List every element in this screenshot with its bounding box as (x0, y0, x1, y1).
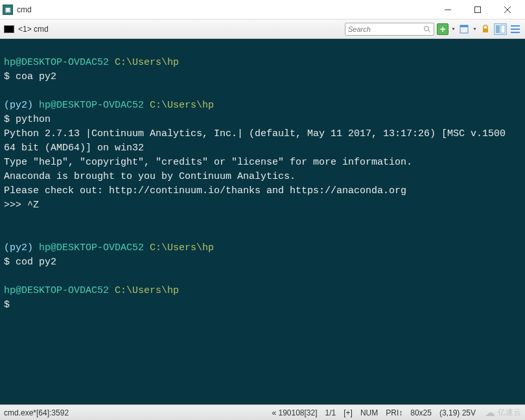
status-pri: PRI↕ (386, 408, 402, 417)
window-title: cmd (17, 5, 433, 14)
terminal-line: Anaconda is brought to you by Continuum … (4, 170, 521, 184)
status-size: 80x25 (410, 408, 432, 417)
add-tab-button[interactable]: + (437, 23, 449, 35)
watermark: ☁ 亿速云 (485, 406, 521, 419)
terminal-line: Type "help", "copyright", "credits" or "… (4, 156, 521, 170)
minimize-button[interactable] (433, 0, 463, 19)
status-process: cmd.exe*[64]:3592 (4, 408, 272, 417)
maximize-button[interactable] (463, 0, 493, 19)
terminal-line (4, 213, 521, 227)
terminal-line: $ (4, 298, 521, 312)
terminal-line: >>> ^Z (4, 198, 521, 213)
terminal-line: hp@DESKTOP-OVDAC52 C:\Users\hp (4, 284, 521, 298)
terminal-line: (py2) hp@DESKTOP-OVDAC52 C:\Users\hp (4, 241, 521, 255)
cloud-icon: ☁ (485, 406, 495, 419)
terminal-line: Python 2.7.13 |Continuum Analytics, Inc.… (4, 127, 521, 156)
status-num: NUM (360, 408, 378, 417)
search-input[interactable] (348, 25, 423, 33)
tab-label[interactable]: <1> cmd (18, 25, 342, 34)
lock-icon[interactable] (480, 23, 491, 35)
app-icon: ▣ (3, 5, 13, 15)
svg-rect-10 (501, 25, 505, 33)
terminal-line: $ cod py2 (4, 255, 521, 270)
menu-button[interactable] (509, 23, 521, 35)
window-controls (433, 0, 522, 19)
window-dropdown-icon[interactable]: ▼ (472, 27, 477, 31)
terminal-line: $ coa py2 (4, 70, 521, 84)
svg-rect-9 (496, 25, 500, 33)
terminal-line (4, 41, 521, 56)
status-cursor: (3,19) 25V (439, 408, 476, 417)
svg-rect-8 (483, 29, 488, 32)
status-position: 1/1 (325, 408, 336, 417)
close-button[interactable] (493, 0, 522, 19)
svg-point-4 (425, 26, 429, 30)
watermark-text: 亿速云 (498, 407, 521, 418)
tab-icon (4, 25, 14, 33)
window-config-button[interactable] (458, 23, 470, 35)
terminal-line: $ python (4, 113, 521, 127)
split-view-button[interactable] (494, 23, 507, 35)
titlebar: ▣ cmd (0, 0, 525, 19)
toolbar: <1> cmd + ▼ ▼ (0, 19, 525, 39)
search-icon[interactable] (423, 25, 431, 33)
add-dropdown-icon[interactable]: ▼ (451, 27, 456, 31)
svg-line-5 (428, 30, 430, 32)
status-plus: [+] (344, 408, 353, 417)
terminal-line (4, 270, 521, 284)
status-encoding: « 190108[32] (272, 408, 317, 417)
search-box[interactable] (345, 23, 434, 36)
terminal-line: hp@DESKTOP-OVDAC52 C:\Users\hp (4, 56, 521, 70)
svg-rect-1 (475, 6, 481, 12)
terminal-area[interactable]: hp@DESKTOP-OVDAC52 C:\Users\hp$ coa py2 … (0, 39, 525, 404)
terminal-line (4, 84, 521, 99)
svg-rect-7 (460, 25, 468, 27)
statusbar: cmd.exe*[64]:3592 « 190108[32] 1/1 [+] N… (0, 404, 525, 420)
terminal-line (4, 227, 521, 241)
terminal-line: (py2) hp@DESKTOP-OVDAC52 C:\Users\hp (4, 99, 521, 113)
terminal-line: Please check out: http://continuum.io/th… (4, 184, 521, 198)
